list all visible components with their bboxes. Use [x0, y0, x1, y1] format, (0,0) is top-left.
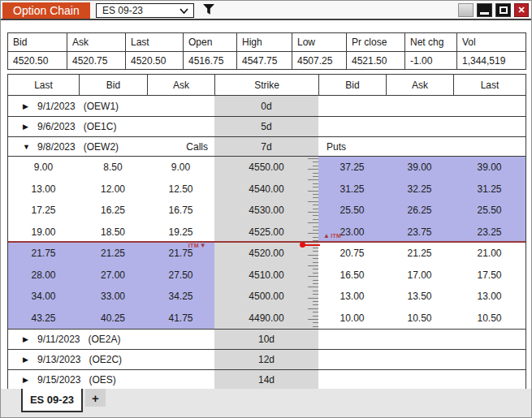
option-row[interactable]: 13.00 12.00 12.50 4540.00 31.25 32.25 31… — [8, 179, 526, 200]
window-controls: ✕ — [458, 3, 529, 17]
instrument-select[interactable]: ES 09-23 — [96, 3, 194, 18]
call-bid-cell: 27.00 — [79, 269, 147, 281]
maximize-button[interactable] — [495, 3, 511, 17]
expand-arrow-icon[interactable]: ▶ — [23, 102, 32, 110]
put-ask-cell: 13.50 — [386, 291, 453, 302]
put-last-cell: 39.00 — [453, 162, 526, 173]
days-to-expiry: 0d — [214, 96, 318, 116]
window-title: Option Chain — [2, 2, 90, 19]
add-tab-button[interactable]: + — [85, 389, 106, 407]
quote-field-value: -1.00 — [404, 51, 456, 69]
option-row[interactable]: 43.25 40.25 41.75 4490.00 10.00 10.50 10… — [8, 308, 526, 330]
call-ask-cell: 16.75 — [147, 205, 214, 216]
strike-cell: 4490.00 — [214, 312, 318, 324]
expiry-row-expanded[interactable]: ▼ 9/8/2023 (OEW2) Calls 7d Puts — [8, 136, 526, 157]
quote-field-label: Bid — [8, 33, 67, 51]
expand-arrow-icon[interactable]: ▶ — [23, 356, 32, 364]
call-bid-cell: 18.50 — [79, 226, 147, 238]
option-row[interactable]: 17.25 16.25 16.75 4530.00 25.50 26.25 25… — [8, 200, 526, 222]
quote-field-label: Pr close — [346, 33, 404, 51]
option-row[interactable]: 9.00 8.50 9.00 4550.00 37.25 39.00 39.00 — [8, 157, 526, 179]
tab-strip: ES 09-23 + — [1, 389, 531, 417]
put-ask-cell: 10.50 — [386, 312, 453, 324]
put-ask-cell: 17.00 — [386, 269, 453, 281]
expiry-code: (OE2C) — [89, 354, 122, 365]
expiry-code: (OE2A) — [89, 334, 121, 345]
column-header[interactable]: Last — [8, 75, 79, 95]
plus-icon: + — [92, 391, 99, 405]
column-header[interactable]: Bid — [79, 75, 147, 95]
option-chain-table: Last Bid Ask Strike Bid Ask Last ▶ 9/1/2… — [7, 74, 526, 390]
expiry-row[interactable]: ▶ 9/13/2023 (OE2C) 12d — [8, 349, 526, 369]
put-bid-cell: 13.00 — [318, 291, 386, 302]
minimize-icon — [480, 12, 489, 15]
call-ask-cell: 12.50 — [147, 183, 214, 195]
put-bid-cell: 25.50 — [318, 205, 386, 216]
collapse-arrow-icon[interactable]: ▼ — [23, 143, 32, 151]
call-last-cell: 21.75 — [8, 248, 79, 259]
option-row[interactable]: 21.75 21.25 21.75 4520.00 20.75 21.25 21… — [8, 243, 526, 265]
chevron-down-icon — [179, 5, 188, 16]
column-header[interactable]: Ask — [386, 75, 453, 95]
minimize-button[interactable] — [477, 3, 492, 17]
quote-bar: Bid Ask Last Open High Low Pr close Net … — [7, 32, 526, 70]
itm-triangle-up-icon: ▲ — [323, 233, 330, 239]
call-ask-cell: 27.50 — [147, 269, 214, 281]
put-bid-cell: 31.25 — [318, 183, 386, 195]
option-row[interactable]: 19.00 18.50 19.25 4525.00 23.00 23.75 23… — [8, 222, 526, 243]
strike-cell: 4530.00 — [214, 205, 318, 216]
call-last-cell: 34.00 — [8, 291, 79, 302]
expiry-row[interactable]: ▶ 9/11/2023 (OE2A) 10d — [8, 329, 526, 349]
itm-label: ITM — [331, 233, 341, 239]
quote-field-value: 4516.75 — [183, 51, 236, 69]
quote-field-value: 4521.50 — [346, 51, 404, 69]
column-header[interactable]: Last — [453, 75, 526, 95]
option-row[interactable]: 28.00 27.00 27.50 4510.00 16.50 17.00 17… — [8, 265, 526, 287]
expand-arrow-icon[interactable]: ▶ — [23, 376, 32, 384]
close-button[interactable]: ✕ — [514, 3, 529, 17]
call-bid-cell: 16.25 — [79, 205, 147, 216]
quote-field-label: Net chg — [404, 33, 456, 51]
quote-field-value: 1,344,519 — [456, 51, 526, 69]
put-bid-cell: 10.00 — [318, 312, 386, 324]
titlebar[interactable]: Option Chain ES 09-23 ✕ — [1, 1, 531, 20]
strike-cell: 4500.00 — [214, 291, 318, 302]
call-ask-cell: 41.75 — [147, 312, 214, 324]
puts-section-label: Puts — [327, 141, 346, 153]
close-icon: ✕ — [517, 5, 525, 15]
strike-cell: 4525.00 — [214, 226, 318, 238]
put-ask-cell: 21.25 — [386, 248, 453, 259]
expand-arrow-icon[interactable]: ▶ — [23, 123, 32, 131]
expand-arrow-icon[interactable]: ▶ — [23, 335, 32, 343]
option-row[interactable]: 34.00 33.00 34.25 4500.00 13.00 13.50 13… — [8, 286, 526, 308]
call-ask-cell: 19.25 — [147, 226, 214, 238]
put-last-cell: 10.50 — [453, 312, 526, 324]
itm-label: ITM — [188, 243, 199, 248]
put-last-cell: 23.25 — [453, 226, 526, 238]
expiry-row[interactable]: ▶ 9/1/2023 (OEW1) 0d — [8, 96, 526, 116]
puts-itm-tag: ▲ ITM — [323, 233, 341, 239]
quote-field-label: Open — [183, 33, 236, 51]
call-last-cell: 13.00 — [8, 183, 79, 195]
strike-cell: 4550.00 — [214, 162, 318, 173]
column-header[interactable]: Strike — [214, 75, 318, 95]
put-ask-cell: 26.25 — [386, 205, 453, 216]
call-last-cell: 19.00 — [8, 226, 79, 238]
funnel-icon — [202, 3, 215, 19]
expiry-row[interactable]: ▶ 9/15/2023 (OES) 14d — [8, 369, 526, 390]
window-options-button[interactable] — [458, 3, 474, 17]
call-ask-cell: 34.25 — [147, 291, 214, 302]
expiry-code: (OES) — [89, 374, 115, 386]
column-header[interactable]: Ask — [147, 75, 214, 95]
tab-es-09-23[interactable]: ES 09-23 — [21, 389, 83, 412]
put-bid-cell: 16.50 — [318, 269, 386, 281]
column-header[interactable]: Bid — [318, 75, 386, 95]
itm-triangle-down-icon: ▼ — [200, 243, 206, 248]
put-last-cell: 17.50 — [453, 269, 526, 281]
call-bid-cell: 12.00 — [79, 183, 147, 195]
expiry-date: 9/6/2023 — [37, 121, 76, 132]
expiry-date: 9/11/2023 — [37, 334, 80, 345]
filter-button[interactable] — [201, 3, 217, 18]
expiry-row[interactable]: ▶ 9/6/2023 (OE1C) 5d — [8, 116, 526, 136]
call-bid-cell: 33.00 — [79, 291, 147, 302]
